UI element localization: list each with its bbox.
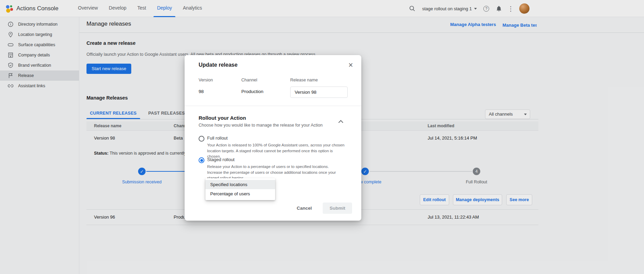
menu-item-specified-locations[interactable]: Specified locations xyxy=(205,180,275,189)
column-header-last-modified: Last modified xyxy=(428,121,454,131)
user-avatar[interactable] xyxy=(519,3,529,14)
create-release-title: Create a new release xyxy=(86,40,135,46)
sidebar: Directory information Location targeting… xyxy=(0,17,79,274)
staged-rollout-label: Staged rollout xyxy=(207,157,234,162)
step-pending-icon: 4 xyxy=(473,168,480,175)
tab-current-releases[interactable]: CURRENT RELEASES xyxy=(86,108,140,119)
rollout-type-menu: Specified locations Percentage of users xyxy=(205,178,275,200)
channel-filter-select[interactable]: All channels xyxy=(485,109,530,119)
actions-console-logo-icon xyxy=(5,4,14,13)
tab-past-releases[interactable]: PAST RELEASES xyxy=(145,108,188,119)
manage-beta-testers-link[interactable]: Manage Beta testers xyxy=(502,23,537,28)
manage-releases-title: Manage Releases xyxy=(86,95,128,101)
nav-tab-deploy[interactable]: Deploy xyxy=(151,0,177,17)
top-navigation: Overview Develop Test Deploy Analytics xyxy=(72,0,207,17)
shield-check-icon xyxy=(8,62,14,68)
sidebar-item-assistant-links[interactable]: Assistant links xyxy=(0,81,79,91)
nav-tab-test[interactable]: Test xyxy=(132,0,152,17)
building-icon xyxy=(8,52,14,58)
info-icon xyxy=(8,21,14,27)
full-rollout-label: Full rollout xyxy=(207,135,228,141)
see-more-button[interactable]: See more xyxy=(506,194,532,205)
sidebar-item-label: Surface capabilities xyxy=(18,42,55,47)
sidebar-item-label: Brand verification xyxy=(18,63,51,68)
edit-rollout-button[interactable]: Edit rollout xyxy=(420,194,449,205)
main-content: Manage releases Manage Alpha testers Man… xyxy=(79,17,644,274)
flag-icon xyxy=(8,73,14,79)
chevron-down-icon xyxy=(524,114,527,115)
step-number: 4 xyxy=(475,169,478,174)
nav-tab-overview[interactable]: Overview xyxy=(72,0,103,17)
rollout-section-subtitle: Choose how you would like to manage the … xyxy=(199,123,323,128)
chevron-up-icon[interactable] xyxy=(338,120,343,125)
release-name-label: Release name xyxy=(290,78,318,82)
step-label-full-rollout: Full Rollout xyxy=(446,180,507,184)
rollout-section-title: Rollout your Action xyxy=(199,115,246,121)
submit-button[interactable]: Submit xyxy=(323,203,352,214)
sidebar-item-release[interactable]: Release xyxy=(0,70,79,81)
app-title: Actions Console xyxy=(16,5,58,12)
column-header-release-name: Release name xyxy=(94,121,121,131)
channel-cell: Beta xyxy=(174,131,183,146)
capsule-icon xyxy=(8,42,14,48)
nav-tab-analytics[interactable]: Analytics xyxy=(177,0,207,17)
sidebar-item-label: Assistant links xyxy=(18,83,45,88)
nav-tab-develop[interactable]: Develop xyxy=(103,0,132,17)
release-name-input[interactable] xyxy=(290,87,348,98)
full-rollout-radio[interactable] xyxy=(199,136,204,142)
step-check-icon xyxy=(361,168,369,175)
last-modified-cell: Jul 14, 2021, 5:16:14 PM xyxy=(428,131,477,146)
release-name-cell: Version 98 xyxy=(94,131,115,146)
close-icon[interactable] xyxy=(346,61,355,69)
version-value: 98 xyxy=(199,89,204,94)
notifications-icon[interactable] xyxy=(496,5,502,12)
topbar: Actions Console Overview Develop Test De… xyxy=(0,0,644,17)
releases-tabs: CURRENT RELEASES PAST RELEASES xyxy=(86,108,193,119)
dialog-actions: Cancel Submit xyxy=(295,203,352,214)
channel-label: Channel xyxy=(241,78,257,82)
page-title: Manage releases xyxy=(86,21,131,27)
last-modified-cell: Jul 13, 2021, 11:22:43 AM xyxy=(428,210,479,225)
project-selector-value: stage rollout on staging 1 xyxy=(422,6,472,11)
project-selector[interactable]: stage rollout on staging 1 xyxy=(422,6,477,11)
status-label: Status: xyxy=(94,151,108,156)
chevron-down-icon xyxy=(474,8,477,10)
sidebar-item-directory-information[interactable]: Directory information xyxy=(0,19,79,29)
menu-item-percentage-of-users[interactable]: Percentage of users xyxy=(205,189,275,198)
dialog-title: Update release xyxy=(199,62,238,68)
divider xyxy=(79,32,644,33)
divider xyxy=(185,106,361,106)
manage-deployments-button[interactable]: Manage deployments xyxy=(453,194,502,205)
location-pin-icon xyxy=(8,31,14,38)
step-label-submission-received: Submission received xyxy=(111,180,173,184)
cancel-button[interactable]: Cancel xyxy=(295,203,314,213)
sidebar-item-label: Company details xyxy=(18,53,50,57)
topbar-right-cluster: stage rollout on staging 1 xyxy=(409,0,529,17)
sidebar-item-label: Directory information xyxy=(18,22,57,27)
manage-alpha-testers-link[interactable]: Manage Alpha testers xyxy=(450,22,496,27)
app-root: Actions Console Overview Develop Test De… xyxy=(0,0,644,274)
link-icon xyxy=(8,83,14,89)
sidebar-item-surface-capabilities[interactable]: Surface capabilities xyxy=(0,40,79,50)
manage-beta-testers-link-wrap: Manage Beta testers xyxy=(502,22,537,28)
more-options-icon[interactable] xyxy=(509,5,513,12)
stepper-line-pending xyxy=(370,171,472,172)
release-name-cell: Version 96 xyxy=(94,210,115,225)
sidebar-item-label: Location targeting xyxy=(18,32,52,37)
sidebar-item-label: Release xyxy=(18,73,34,78)
channel-value: Production xyxy=(241,89,264,94)
sidebar-item-brand-verification[interactable]: Brand verification xyxy=(0,60,79,70)
search-icon[interactable] xyxy=(409,5,416,12)
divider xyxy=(86,225,538,225)
staged-rollout-radio[interactable] xyxy=(199,157,204,163)
sidebar-item-company-details[interactable]: Company details xyxy=(0,50,79,60)
start-new-release-button[interactable]: Start new release xyxy=(86,64,131,74)
sidebar-item-location-targeting[interactable]: Location targeting xyxy=(0,29,79,40)
step-check-icon xyxy=(138,168,146,175)
help-icon[interactable] xyxy=(483,6,489,12)
channel-filter-value: All channels xyxy=(489,112,513,117)
version-label: Version xyxy=(199,78,213,82)
